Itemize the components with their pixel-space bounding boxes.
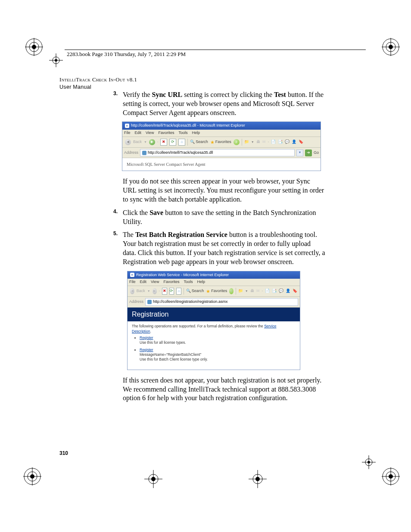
step-4: 4. Click the Save button to save the set… bbox=[123, 208, 325, 227]
crop-mark-icon bbox=[382, 38, 400, 56]
reg-intro: The following operations are supported. … bbox=[132, 324, 264, 328]
menu-help[interactable]: Help bbox=[192, 131, 200, 136]
menu-edit[interactable]: Edit bbox=[140, 280, 147, 285]
stop-icon[interactable]: ✖ bbox=[162, 288, 167, 295]
go-button-icon[interactable]: ➔ bbox=[305, 149, 312, 156]
back-button-icon[interactable]: ◄ bbox=[125, 139, 131, 145]
mail-icon[interactable]: ✉ bbox=[262, 140, 266, 145]
ie-titlebar: e Registration Web Service - Microsoft I… bbox=[128, 271, 300, 279]
discuss-icon[interactable]: 💬 bbox=[285, 140, 290, 145]
back-button-icon[interactable]: ◄ bbox=[130, 288, 134, 294]
crop-mark-icon bbox=[49, 53, 63, 67]
step-5-followup: If this screen does not appear, your bat… bbox=[123, 376, 325, 403]
ie-toolbar: ◄ Back ▼ ► · ✖ ⟳ ⌂ 🔍Search ★Favorites ♪ … bbox=[128, 286, 300, 297]
home-icon[interactable]: ⌂ bbox=[178, 139, 185, 146]
crop-mark-icon bbox=[249, 470, 267, 488]
refresh-icon[interactable]: ⟳ bbox=[169, 288, 174, 295]
edit-icon[interactable]: 📄 bbox=[265, 289, 270, 294]
menu-file[interactable]: File bbox=[124, 131, 131, 136]
text: Click the bbox=[123, 209, 149, 216]
page-number: 310 bbox=[59, 450, 68, 456]
menu-favorites[interactable]: Favorites bbox=[163, 280, 179, 285]
favorites-button[interactable]: ★Favorites bbox=[206, 288, 227, 294]
step-3-followup: If you do not see this screen appear in … bbox=[123, 177, 325, 204]
menu-view[interactable]: View bbox=[151, 280, 159, 285]
home-icon[interactable]: ⌂ bbox=[176, 288, 181, 295]
item-desc: MessageName="RegisterBatchClient" bbox=[140, 352, 201, 357]
item-desc: Use this for Batch Client license type o… bbox=[140, 357, 208, 361]
forward-button-icon[interactable]: ► bbox=[153, 288, 157, 294]
back-label: Back bbox=[137, 289, 145, 294]
address-value: http://colleen/itregistration/registrati… bbox=[153, 299, 228, 305]
svg-point-4 bbox=[32, 45, 36, 49]
crop-mark-icon bbox=[25, 38, 43, 56]
menu-view[interactable]: View bbox=[146, 131, 154, 136]
step-5: 5. The Test Batch Registration Service b… bbox=[123, 230, 325, 266]
stop-icon[interactable]: ✖ bbox=[160, 139, 167, 146]
window-title: Registration Web Service - Microsoft Int… bbox=[136, 273, 229, 278]
ie-logo-icon: e bbox=[130, 273, 134, 277]
menu-tools[interactable]: Tools bbox=[178, 131, 187, 136]
search-button[interactable]: 🔍Search bbox=[186, 289, 204, 294]
product-subtitle: User Manual bbox=[59, 84, 137, 91]
address-field[interactable]: http://colleen/itregistration/registrati… bbox=[145, 298, 298, 306]
size-icon[interactable]: 📑 bbox=[272, 289, 277, 294]
folder-icon[interactable]: 📁 bbox=[238, 289, 243, 294]
bold-test-batch: Test Batch Registration Service bbox=[135, 231, 227, 238]
menu-tools[interactable]: Tools bbox=[184, 280, 193, 285]
step-3: 3. Verify the Sync URL setting is correc… bbox=[123, 90, 325, 117]
refresh-icon[interactable]: ⟳ bbox=[169, 139, 176, 146]
ie-screenshot-1: e http://colleen/IntelliTrack/sqlcesa35.… bbox=[122, 121, 321, 171]
step-number: 5. bbox=[113, 230, 118, 237]
ie-menubar: File Edit View Favorites Tools Help bbox=[128, 279, 300, 286]
ie-addressbar: Address http://colleen/itregistration/re… bbox=[128, 297, 300, 308]
doc-header: IntelliTrack Check In-Out v8.1 User Manu… bbox=[59, 76, 137, 90]
address-dropdown-icon[interactable]: ▾ bbox=[296, 149, 303, 156]
menu-favorites[interactable]: Favorites bbox=[158, 131, 174, 136]
text: If you do not see this screen appear in … bbox=[123, 177, 325, 204]
register-link[interactable]: Register bbox=[140, 336, 153, 340]
list-item: Register MessageName="RegisterBatchClien… bbox=[140, 348, 296, 362]
research-icon[interactable]: 🔖 bbox=[299, 140, 303, 145]
print-icon[interactable]: 🖶 bbox=[256, 140, 260, 145]
bold-save: Save bbox=[149, 209, 163, 216]
favorites-button[interactable]: ★Favorites bbox=[210, 139, 231, 145]
header-rule bbox=[65, 50, 366, 50]
media-icon[interactable]: ♪ bbox=[234, 139, 240, 145]
address-field[interactable]: http://colleen/IntelliTrack/sqlcesa35.dl… bbox=[140, 149, 295, 157]
messenger-icon[interactable]: 👤 bbox=[286, 289, 290, 294]
search-button[interactable]: 🔍Search bbox=[190, 140, 208, 145]
ie-screenshot-2: e Registration Web Service - Microsoft I… bbox=[127, 271, 300, 370]
text: The bbox=[123, 231, 135, 238]
crop-mark-icon bbox=[144, 470, 162, 488]
svg-point-9 bbox=[389, 45, 393, 49]
svg-point-23 bbox=[55, 59, 57, 62]
ie-menubar: File Edit View Favorites Tools Help bbox=[122, 130, 321, 137]
text: If this screen does not appear, your bat… bbox=[123, 376, 325, 403]
register-link[interactable]: Register bbox=[140, 348, 153, 352]
size-icon[interactable]: 📑 bbox=[278, 140, 283, 145]
list-item: Register Use this for all license types. bbox=[140, 336, 296, 345]
print-icon[interactable]: 🖶 bbox=[250, 289, 254, 294]
page-icon bbox=[147, 300, 152, 304]
research-icon[interactable]: 🔖 bbox=[293, 289, 297, 294]
address-label: Address bbox=[129, 299, 143, 305]
bold-sync-url: Sync URL bbox=[152, 91, 183, 98]
edit-icon[interactable]: 📄 bbox=[271, 140, 276, 145]
forward-button-icon[interactable]: ► bbox=[149, 139, 155, 145]
back-label: Back bbox=[133, 140, 142, 145]
ie-body-text: Microsoft SQL Server Compact Server Agen… bbox=[122, 158, 321, 171]
messenger-icon[interactable]: 👤 bbox=[292, 140, 296, 145]
crop-mark-icon bbox=[362, 455, 376, 469]
folder-icon[interactable]: 📁 bbox=[244, 140, 249, 145]
ie-body: Registration The following operations ar… bbox=[128, 308, 300, 370]
menu-help[interactable]: Help bbox=[197, 280, 205, 285]
menu-edit[interactable]: Edit bbox=[135, 131, 142, 136]
media-icon[interactable]: ♪ bbox=[229, 288, 234, 294]
menu-file[interactable]: File bbox=[129, 280, 136, 285]
registration-heading: Registration bbox=[128, 308, 300, 322]
discuss-icon[interactable]: 💬 bbox=[279, 289, 283, 294]
text: Verify the bbox=[123, 91, 152, 98]
page-icon bbox=[142, 151, 146, 155]
mail-icon[interactable]: ✉ bbox=[256, 289, 260, 294]
